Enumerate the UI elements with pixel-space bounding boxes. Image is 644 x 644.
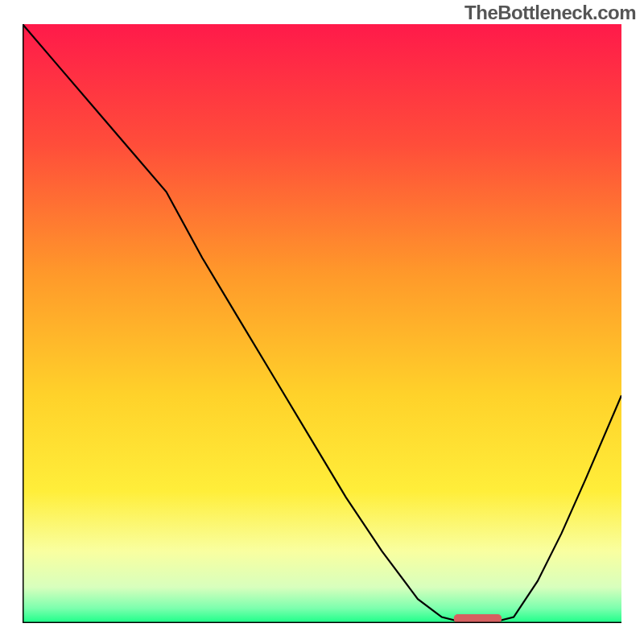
watermark-label: TheBottleneck.com (464, 2, 636, 24)
chart-background (23, 24, 621, 623)
plot-area (23, 24, 621, 623)
chart-svg (23, 24, 621, 623)
optimal-range-marker (454, 614, 502, 623)
chart-container: TheBottleneck.com (0, 0, 644, 644)
